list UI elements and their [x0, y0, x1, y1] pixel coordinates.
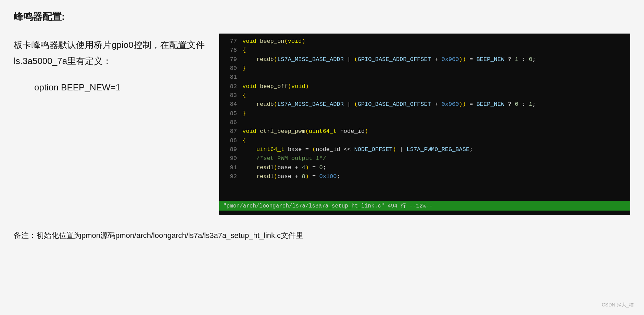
line-content: readb(LS7A_MISC_BASE_ADDR | (GPIO_BASE_A… — [242, 55, 536, 64]
line-content: { — [242, 46, 246, 55]
watermark: CSDN @大_猫 — [602, 302, 634, 308]
line-number: 82 — [225, 82, 237, 91]
code-line-79: 79 readb(LS7A_MISC_BASE_ADDR | (GPIO_BAS… — [219, 55, 630, 64]
code-line-87: 87 void ctrl_beep_pwm(uint64_t node_id) — [219, 127, 630, 136]
line-content: readl(base + 8) = 0x100; — [242, 172, 340, 181]
line-number: 87 — [225, 127, 237, 136]
line-number: 79 — [225, 55, 237, 64]
code-line-78: 78 { — [219, 46, 630, 55]
line-number: 89 — [225, 145, 237, 154]
code-line-90: 90 /*set PWM output 1*/ — [219, 154, 630, 163]
code-line-82: 82 void beep_off(void) — [219, 82, 630, 91]
line-content: void beep_on(void) — [242, 37, 305, 46]
code-line-81: 81 — [219, 73, 630, 82]
line-content: { — [242, 136, 246, 145]
line-number: 81 — [225, 73, 237, 82]
code-line-92: 92 readl(base + 8) = 0x100; — [219, 172, 630, 181]
page-title: 峰鸣器配置: — [14, 10, 630, 23]
note-text: 备注：初始化位置为pmon源码pmon/arch/loongarch/ls7a/… — [14, 231, 303, 240]
code-line-77: 77 void beep_on(void) — [219, 37, 630, 46]
code-line-86: 86 — [219, 118, 630, 127]
line-number: 90 — [225, 154, 237, 163]
line-content: readb(LS7A_MISC_BASE_ADDR | (GPIO_BASE_A… — [242, 100, 536, 109]
code-line-89: 89 uint64_t base = (node_id << NODE_OFFS… — [219, 145, 630, 154]
line-content: void ctrl_beep_pwm(uint64_t node_id) — [242, 127, 368, 136]
line-content: uint64_t base = (node_id << NODE_OFFSET)… — [242, 145, 473, 154]
code-line-83: 83 { — [219, 91, 630, 100]
line-number: 92 — [225, 172, 237, 181]
code-line-80: 80 } — [219, 64, 630, 73]
line-content: } — [242, 64, 246, 73]
code-block: 77 void beep_on(void) 78 { 79 readb(LS7A… — [219, 34, 630, 201]
line-number: 83 — [225, 91, 237, 100]
code-line-85: 85 } — [219, 109, 630, 118]
code-block-wrapper: 77 void beep_on(void) 78 { 79 readb(LS7A… — [219, 34, 630, 215]
text-paragraph: 板卡峰鸣器默认使用桥片gpio0控制，在配置文件ls.3a5000_7a里有定义… — [14, 34, 205, 215]
line-number: 84 — [225, 100, 237, 109]
line-content: readl(base + 4) = 0; — [242, 163, 326, 172]
line-number: 80 — [225, 64, 237, 73]
description-text: 板卡峰鸣器默认使用桥片gpio0控制，在配置文件ls.3a5000_7a里有定义… — [14, 40, 205, 66]
line-number: 85 — [225, 109, 237, 118]
code-line-91: 91 readl(base + 4) = 0; — [219, 163, 630, 172]
line-number: 78 — [225, 46, 237, 55]
line-number: 86 — [225, 118, 237, 127]
option-line: option BEEP_NEW=1 — [14, 79, 205, 96]
line-number: 91 — [225, 163, 237, 172]
note-section: 备注：初始化位置为pmon源码pmon/arch/loongarch/ls7a/… — [14, 229, 630, 242]
line-number: 88 — [225, 136, 237, 145]
line-content: /*set PWM output 1*/ — [242, 154, 326, 163]
line-number: 77 — [225, 37, 237, 46]
code-line-88: 88 { — [219, 136, 630, 145]
line-content: void beep_off(void) — [242, 82, 309, 91]
content-area: 板卡峰鸣器默认使用桥片gpio0控制，在配置文件ls.3a5000_7a里有定义… — [14, 34, 630, 215]
status-bar: "pmon/arch/loongarch/ls7a/ls3a7a_setup_h… — [219, 201, 630, 211]
code-line-84: 84 readb(LS7A_MISC_BASE_ADDR | (GPIO_BAS… — [219, 100, 630, 109]
line-content: } — [242, 109, 246, 118]
line-content: { — [242, 91, 246, 100]
